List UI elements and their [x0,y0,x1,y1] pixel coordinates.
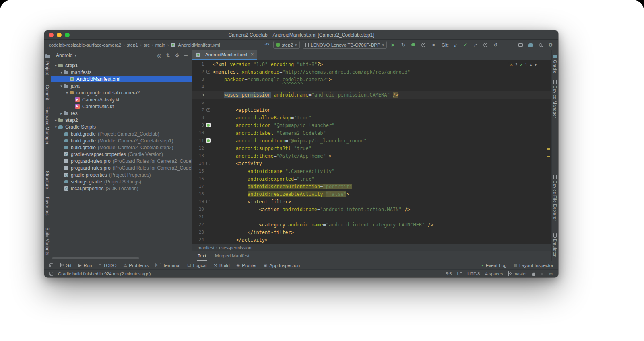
fold-icon[interactable]: - [206,70,210,74]
toolwin-app-inspection[interactable]: ▣App Inspection [264,263,300,268]
breadcrumb-item[interactable]: src [144,43,150,47]
code-line[interactable]: 13 android:theme="@style/AppTheme" > [192,152,551,160]
tool-button-commit[interactable]: Commit [45,85,50,100]
toolwin-profiler[interactable]: ◉Profiler [237,263,257,268]
tree-item[interactable]: local.properties(SDK Location) [51,185,192,192]
code-line[interactable]: 23 </intent-filter> [192,228,551,236]
code-line[interactable]: 12 android:supportsRtl="true" [192,144,551,152]
chevron-down-icon[interactable]: ▾ [59,84,64,88]
locate-file-button[interactable]: ◎ [157,53,161,58]
fold-icon[interactable]: - [206,200,210,203]
tree-item[interactable]: proguard-rules.pro(ProGuard Rules for Ca… [51,158,192,164]
panel-settings-button[interactable]: ⚙ [175,53,180,58]
toolwin-layout-inspector[interactable]: ▥Layout Inspector [514,263,553,268]
toolwin-terminal[interactable]: >_Terminal [155,263,180,268]
indent-setting[interactable]: 4 spaces [485,271,503,276]
stop-button[interactable]: ■ [430,41,437,49]
tool-button-project[interactable]: Project [45,61,50,75]
gradle-stripe-icon[interactable] [553,53,558,59]
tool-button-device-file-explorer[interactable]: Device File Explorer [553,181,557,221]
toolwin-logcat[interactable]: ▤Logcat [187,263,207,268]
scrollbar-warning-mark[interactable] [547,156,550,157]
chevron-down-icon[interactable]: ▾ [65,91,69,95]
tree-item[interactable]: ▾java [51,82,192,89]
breadcrumb-item[interactable]: codelab-resizable-surface-camera2 [49,43,121,47]
code-line[interactable]: 2-<manifest xmlns:android="http://schema… [192,68,551,76]
code-line[interactable]: 7- <application [192,106,551,114]
notifications-icon[interactable]: ● [541,271,543,276]
code-line[interactable]: 4 [192,83,551,91]
line-ending[interactable]: LF [457,271,462,276]
git-commit-button[interactable]: ✔ [462,41,469,49]
tool-button-favorites[interactable]: Favorites [45,197,50,216]
scrollbar-warning-mark[interactable] [547,148,550,150]
tree-item[interactable]: ▾com.google.codelab.camera2 [51,89,192,96]
code-line[interactable]: 22 <category android:name="android.inten… [192,221,551,228]
tab-text[interactable]: Text [197,251,207,261]
device-manager-stripe-icon[interactable] [553,80,557,84]
tool-button-build-variants[interactable]: Build Variants [45,228,50,255]
device-manager-button[interactable] [507,41,514,49]
git-history-button[interactable] [482,41,489,49]
tab-merged-manifest[interactable]: Merged Manifest [214,251,250,261]
fold-icon[interactable]: - [206,162,210,165]
tree-item[interactable]: build.gradle(Project: Camera2_Codelab) [51,130,192,137]
breadcrumb-item[interactable]: manifest [198,245,215,250]
device-file-explorer-stripe-icon[interactable] [553,175,557,179]
tool-button-gradle[interactable]: Gradle [553,60,557,73]
tool-button-structure[interactable]: Structure [45,171,50,189]
code-line[interactable]: 15 android:name=".CameraActivity" [192,167,551,175]
tool-button-emulator[interactable]: Emulator [553,239,557,257]
chevron-down-icon[interactable]: ▾ [54,64,58,68]
breadcrumb-item[interactable]: AndroidManifest.xml [178,43,220,47]
tree-item[interactable]: ▸res [51,110,192,117]
tree-item[interactable]: proguard-rules.pro(ProGuard Rules for Ca… [51,164,192,171]
tree-item[interactable]: build.gradle(Module: Camera2_Codelab.ste… [51,144,192,151]
git-push-button[interactable]: ↗ [472,41,479,49]
horizontal-scrollbar[interactable] [52,257,139,259]
status-message[interactable]: Gradle build finished in 924 ms (2 minut… [58,271,151,276]
run-config-select[interactable]: step2 ▾ [273,41,300,49]
code-line[interactable]: 11 android:roundIcon="@mipmap/ic_launche… [192,137,551,144]
feedback-smiley-icon[interactable]: ☺ [549,271,553,277]
device-mirror-button[interactable] [517,41,524,49]
tree-item[interactable]: CameraActivity.kt [51,96,192,103]
code-line[interactable]: 1<?xml version="1.0" encoding="utf-8"?> [192,60,551,68]
file-encoding[interactable]: UTF-8 [467,271,480,276]
code-line[interactable]: 20 <action android:name="android.intent.… [192,205,551,213]
collapse-all-button[interactable]: ⇅ [166,53,170,58]
code-line[interactable]: 18 android:resizeableActivity="false"> [192,190,551,198]
toolwin-event-log[interactable]: ●Event Log [481,263,506,268]
code-line[interactable]: 5 <uses-permission android:name="android… [192,91,551,99]
zoom-window-button[interactable] [65,33,70,37]
close-icon[interactable]: × [251,52,254,58]
code-line[interactable]: 17 android:screenOrientation="portrait" [192,183,551,190]
code-editor[interactable]: 1<?xml version="1.0" encoding="utf-8"?>2… [192,60,551,244]
debug-button[interactable] [410,41,417,49]
project-stripe-icon[interactable] [45,53,50,59]
close-window-button[interactable] [49,33,54,37]
window-titlebar[interactable]: Camera2 Codelab – AndroidManifest.xml [C… [44,30,558,40]
tool-button-device-manager[interactable]: Device Manager [553,86,557,118]
code-line[interactable]: 10 android:label="Camera2 Codelab" [192,129,551,137]
toolwindow-toggle-icon[interactable] [49,272,53,276]
fold-icon[interactable]: - [206,108,210,112]
profiler-button[interactable] [420,41,427,49]
project-view-selector[interactable]: Android [56,53,72,58]
code-line[interactable]: 24 </activity> [192,236,551,244]
tree-item[interactable]: ▾step1 [51,62,192,69]
tool-windows-icon[interactable] [49,263,53,267]
tree-item[interactable]: settings.gradle(Project Settings) [51,178,192,185]
tree-item[interactable]: gradle-wrapper.properties(Gradle Version… [51,151,192,158]
breadcrumb-item[interactable]: main [155,43,165,47]
tree-item[interactable]: build.gradle(Module: Camera2_Codelab.ste… [51,137,192,144]
tree-item[interactable]: ▾Gradle Scripts [51,123,192,130]
chevron-right-icon[interactable]: ▸ [54,118,58,122]
device-select[interactable]: LENOVO Lenovo TB-Q706F-DPP ▾ [303,41,387,49]
chevron-down-icon[interactable]: ▾ [54,125,58,129]
tree-item[interactable]: AndroidManifest.xml [51,76,192,82]
sync-gradle-button[interactable] [527,41,534,49]
settings-button[interactable]: ⚙ [547,41,554,49]
tool-button-resource-manager[interactable]: Resource Manager [45,107,50,144]
git-rollback-button[interactable]: ↺ [492,41,499,49]
